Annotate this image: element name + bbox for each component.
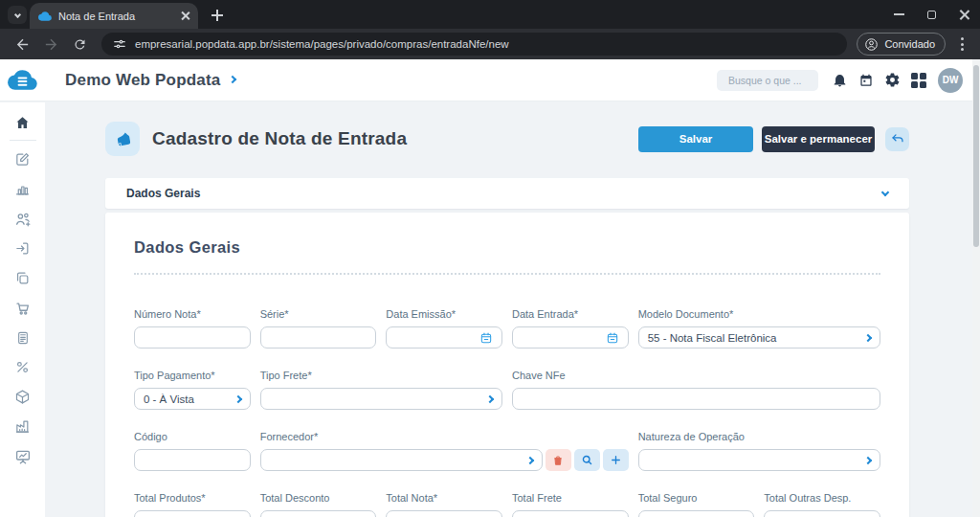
- modelo-documento-select[interactable]: 55 - Nota Fiscal Eletrônica: [638, 326, 880, 348]
- sidebar-item-home[interactable]: [0, 108, 45, 138]
- login-arrow-icon: [14, 240, 31, 257]
- sidebar-item-taxes[interactable]: [0, 352, 45, 382]
- person-icon: [864, 37, 879, 52]
- save-button[interactable]: Salvar: [638, 126, 753, 152]
- field-fornecedor: Fornecedor*: [260, 431, 629, 471]
- sidebar-item-purchases[interactable]: [0, 293, 45, 323]
- home-icon: [14, 115, 31, 131]
- natureza-operacao-select[interactable]: [638, 449, 880, 471]
- field-label: Tipo Frete*: [260, 370, 502, 381]
- sidebar-item-users[interactable]: [0, 204, 45, 234]
- tab-favicon-cloud-icon: [38, 10, 52, 23]
- forward-button[interactable]: [38, 32, 63, 56]
- bar-chart-icon: [14, 181, 31, 197]
- fornecedor-clear-button[interactable]: [546, 449, 571, 471]
- data-emissao-input[interactable]: [386, 326, 502, 348]
- users-add-icon: [14, 211, 32, 228]
- codigo-input[interactable]: [134, 449, 251, 471]
- fornecedor-group: [260, 449, 629, 471]
- fornecedor-search-button[interactable]: [574, 449, 600, 471]
- field-total-nota: Total Nota*: [386, 492, 502, 517]
- close-button[interactable]: [947, 0, 980, 29]
- sidebar-item-reports[interactable]: [0, 174, 45, 204]
- browser-tab-strip: Nota de Entrada: [0, 0, 980, 29]
- serie-input[interactable]: [260, 326, 377, 348]
- new-tab-button[interactable]: [209, 7, 226, 24]
- company-title[interactable]: Demo Web Popdata: [65, 71, 221, 90]
- chave-nfe-input[interactable]: [512, 388, 880, 410]
- chevron-down-icon: [13, 11, 20, 18]
- form-row-3: Código Fornecedor*: [134, 431, 880, 471]
- card-heading: Dados Gerais: [134, 238, 880, 257]
- field-label: Total Nota*: [386, 492, 502, 504]
- global-search-input[interactable]: [717, 70, 818, 91]
- tipo-pagamento-select[interactable]: 0 - À Vista: [134, 388, 251, 410]
- calculator-icon: [15, 330, 31, 346]
- title-chevron-icon[interactable]: [228, 76, 235, 83]
- data-entrada-input[interactable]: [512, 326, 629, 348]
- form-row-4: Total Produtos* Total Desconto Total Not…: [134, 492, 880, 517]
- settings-gear-icon[interactable]: [884, 72, 901, 88]
- section-accordion-dados-gerais[interactable]: Dados Gerais: [105, 178, 909, 209]
- chevron-right-icon: [234, 394, 241, 402]
- field-modelo-documento: Modelo Documento* 55 - Nota Fiscal Eletr…: [638, 308, 880, 348]
- numero-nota-input[interactable]: [134, 326, 251, 348]
- minimize-button[interactable]: [882, 0, 915, 29]
- fornecedor-add-button[interactable]: [603, 449, 629, 471]
- main-content: Cadastro de Nota de Entrada Salvar Salva…: [45, 102, 972, 517]
- fornecedor-select[interactable]: [260, 449, 543, 471]
- arrow-left-icon: [14, 36, 31, 53]
- sidebar-item-billing[interactable]: [0, 323, 45, 352]
- calendar-icon[interactable]: [858, 73, 874, 88]
- sidebar-item-entry[interactable]: [0, 234, 45, 263]
- app-logo[interactable]: [0, 65, 45, 95]
- field-tipo-frete: Tipo Frete*: [260, 370, 502, 410]
- field-label: Total Produtos*: [134, 492, 251, 504]
- shopping-cart-icon: [14, 300, 32, 317]
- save-and-stay-button[interactable]: Salvar e permanecer: [762, 126, 875, 152]
- total-produtos-input[interactable]: [134, 510, 251, 517]
- total-frete-input[interactable]: [512, 510, 629, 517]
- minimize-icon: [894, 13, 904, 15]
- tipo-frete-select[interactable]: [260, 388, 502, 410]
- browser-tab[interactable]: Nota de Entrada: [30, 3, 198, 29]
- go-back-button[interactable]: [885, 127, 909, 151]
- sidebar-item-dashboard[interactable]: [0, 441, 45, 471]
- reload-button[interactable]: [67, 32, 92, 56]
- total-nota-input[interactable]: [386, 510, 502, 517]
- field-serie: Série*: [260, 308, 377, 348]
- field-data-entrada: Data Entrada*: [512, 308, 629, 348]
- apps-grid-icon[interactable]: [911, 73, 926, 88]
- total-desconto-input[interactable]: [260, 510, 377, 517]
- sidebar-item-production[interactable]: [0, 412, 45, 441]
- field-natureza-operacao: Natureza de Operação: [638, 431, 880, 471]
- sidebar-item-edit[interactable]: [0, 145, 45, 174]
- notifications-bell-icon[interactable]: [832, 72, 848, 88]
- maximize-icon: [927, 11, 936, 19]
- total-seguro-input[interactable]: [638, 510, 755, 517]
- page-scrollbar[interactable]: [972, 59, 980, 517]
- browser-menu-button[interactable]: [953, 33, 970, 56]
- percent-icon: [14, 359, 31, 375]
- tab-search-button[interactable]: [8, 6, 27, 24]
- presentation-chart-icon: [14, 448, 32, 465]
- field-label: Data Emissão*: [386, 308, 502, 320]
- field-label: Natureza de Operação: [638, 431, 880, 442]
- select-value: 0 - À Vista: [144, 393, 194, 405]
- maximize-button[interactable]: [915, 0, 947, 29]
- sidebar-item-documents[interactable]: [0, 263, 45, 293]
- field-codigo: Código: [134, 431, 251, 471]
- guest-profile-button[interactable]: Convidado: [857, 33, 946, 56]
- field-label: Modelo Documento*: [638, 308, 880, 320]
- scrollbar-thumb[interactable]: [973, 65, 979, 247]
- tab-close-icon[interactable]: [181, 11, 189, 20]
- field-total-outras-desp: Total Outras Desp.: [764, 492, 880, 517]
- back-button[interactable]: [10, 32, 34, 56]
- header-icons: [832, 72, 926, 88]
- field-label: Total Outras Desp.: [764, 492, 880, 504]
- package-box-icon: [14, 389, 31, 405]
- sidebar-item-products[interactable]: [0, 382, 45, 412]
- total-outras-desp-input[interactable]: [764, 510, 880, 517]
- user-avatar[interactable]: DW: [938, 68, 963, 93]
- url-bar[interactable]: empresarial.popdata.app.br/sistema/pages…: [101, 33, 847, 56]
